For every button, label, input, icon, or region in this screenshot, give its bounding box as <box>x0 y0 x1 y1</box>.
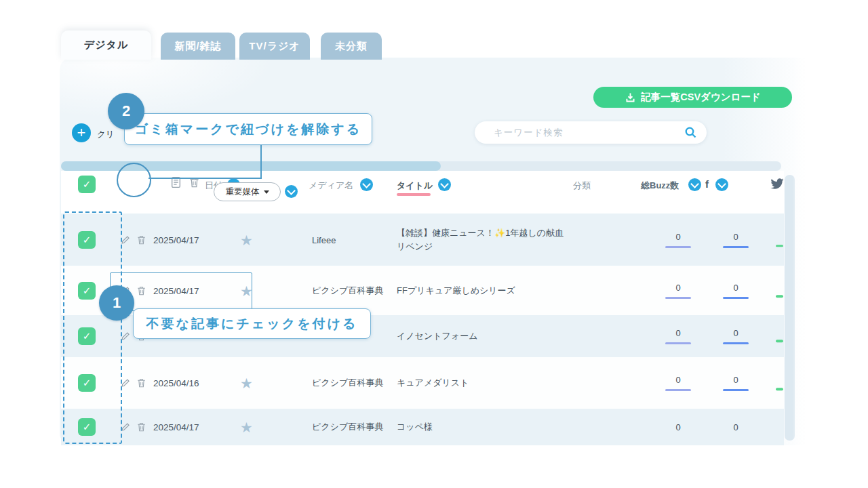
buzz-underline <box>665 246 691 248</box>
row-total-buzz[interactable]: 0 <box>663 375 693 391</box>
twitter-count-clipped <box>776 245 783 247</box>
search-input[interactable] <box>492 127 677 138</box>
row-media-name: ピクシブ百科事典 <box>312 377 383 389</box>
edit-pencil-icon[interactable] <box>121 378 130 388</box>
copy-document-icon[interactable] <box>171 176 181 188</box>
edit-pencil-icon[interactable] <box>121 331 130 341</box>
buzz-underline <box>665 297 691 299</box>
row-facebook-count[interactable]: 0 <box>721 375 751 391</box>
row-total-buzz[interactable]: 0 <box>663 422 693 432</box>
total-buzz-value: 0 <box>675 422 680 432</box>
download-icon <box>625 92 636 103</box>
facebook-underline <box>723 246 749 248</box>
tab-newspaper-magazine[interactable]: 新聞/雑誌 <box>161 33 235 60</box>
step1-number: 1 <box>113 294 121 312</box>
twitter-count-clipped <box>776 340 783 343</box>
column-title: タイトル <box>397 180 433 192</box>
facebook-value: 0 <box>733 283 738 293</box>
dropdown-chevron-icon <box>264 190 269 194</box>
column-category: 分類 <box>573 180 591 192</box>
check-icon: ✓ <box>83 285 92 297</box>
search-icon[interactable] <box>684 126 697 139</box>
callout-step2: ゴミ箱マークで紐づけを解除する <box>124 113 372 145</box>
important-star-icon[interactable]: ★ <box>240 376 253 390</box>
row-media-name: Lifeee <box>312 235 336 245</box>
row-total-buzz[interactable]: 0 <box>663 232 693 248</box>
facebook-underline <box>723 297 749 299</box>
important-star-icon[interactable]: ★ <box>240 283 253 298</box>
delete-trash-icon[interactable] <box>137 422 146 432</box>
horizontal-scrollbar-thumb[interactable] <box>61 161 441 171</box>
row-media-name: ピクシブ百科事典 <box>312 421 383 433</box>
unlink-trash-icon[interactable] <box>189 176 199 188</box>
row-total-buzz[interactable]: 0 <box>663 283 693 299</box>
facebook-underline <box>723 389 749 391</box>
row-title: FFプリキュア厳しめシリーズ <box>397 283 570 297</box>
row-checkbox[interactable]: ✓ <box>78 282 96 300</box>
check-icon: ✓ <box>83 178 92 190</box>
step2-badge: 2 <box>108 93 144 129</box>
row-date: 2025/04/16 <box>153 378 199 388</box>
check-icon: ✓ <box>83 234 92 246</box>
total-buzz-value: 0 <box>675 283 680 293</box>
csv-download-button[interactable]: 記事一覧CSVダウンロード <box>593 87 792 108</box>
buzz-underline <box>665 389 691 391</box>
step2-number: 2 <box>122 102 130 120</box>
sort-title-icon[interactable] <box>438 178 451 191</box>
important-media-label: 重要媒体 <box>226 186 260 198</box>
tab-label: 新聞/雑誌 <box>174 40 221 53</box>
select-all-checkbox[interactable]: ✓ <box>78 176 96 193</box>
total-buzz-value: 0 <box>675 375 680 385</box>
tab-label: TV/ラジオ <box>249 40 300 53</box>
row-title: イノセントフォーム <box>397 329 570 343</box>
callout-step1-text: 不要な記事にチェックを付ける <box>146 315 357 333</box>
delete-trash-icon[interactable] <box>137 285 146 296</box>
row-checkbox[interactable]: ✓ <box>78 374 96 392</box>
row-facebook-count[interactable]: 0 <box>721 328 751 344</box>
row-date: 2025/04/17 <box>153 285 199 296</box>
row-facebook-count[interactable]: 0 <box>721 232 751 248</box>
row-total-buzz[interactable]: 0 <box>663 328 693 344</box>
step1-badge: 1 <box>99 285 134 321</box>
media-clipping-screen: デジタル 新聞/雑誌 TV/ラジオ 未分類 記事一覧CSVダウンロード + クリ… <box>0 0 868 488</box>
delete-trash-icon[interactable] <box>137 235 146 245</box>
row-title: 【雑談】健康ニュース！✨1年越しの献血リベンジ <box>397 226 570 253</box>
vertical-scrollbar-thumb[interactable] <box>785 175 795 441</box>
row-facebook-count[interactable]: 0 <box>721 283 751 299</box>
important-media-dropdown[interactable]: 重要媒体 <box>214 182 281 201</box>
table-row: ✓ 2025/04/17 ★ Lifeee 【雑談】健康ニュース！✨1年越しの献… <box>61 214 784 266</box>
twitter-icon <box>770 178 784 190</box>
panel-glow <box>60 58 277 119</box>
row-title: キュアメダリスト <box>397 376 570 390</box>
sort-media-name-icon[interactable] <box>360 178 373 191</box>
edit-pencil-icon[interactable] <box>121 235 130 245</box>
row-title: コッペ様 <box>397 420 570 434</box>
horizontal-scrollbar <box>61 161 781 171</box>
add-button[interactable]: + <box>72 123 91 142</box>
table-row: ✓ 2025/04/17 ★ ピクシブ百科事典 コッペ様 0 0 <box>61 409 784 445</box>
row-checkbox[interactable]: ✓ <box>78 231 96 249</box>
tab-label: 未分類 <box>335 40 368 53</box>
sort-important-media-icon[interactable] <box>285 185 298 198</box>
row-facebook-count[interactable]: 0 <box>721 422 751 432</box>
row-checkbox[interactable]: ✓ <box>78 418 96 436</box>
csv-download-label: 記事一覧CSVダウンロード <box>641 91 761 104</box>
sort-facebook-icon[interactable] <box>715 178 728 191</box>
column-facebook: f <box>705 178 709 190</box>
sort-total-buzz-icon[interactable] <box>688 178 701 191</box>
delete-trash-icon[interactable] <box>137 378 146 388</box>
callout-step2-text: ゴミ箱マークで紐づけを解除する <box>135 121 361 138</box>
row-media-name: ピクシブ百科事典 <box>312 285 383 297</box>
check-icon: ✓ <box>83 377 92 389</box>
edit-pencil-icon[interactable] <box>121 422 130 432</box>
table-row: ✓ 2025/04/16 ★ ピクシブ百科事典 キュアメダリスト 0 0 <box>61 357 784 409</box>
important-star-icon[interactable]: ★ <box>240 420 253 434</box>
important-star-icon[interactable]: ★ <box>240 232 253 247</box>
twitter-count-clipped <box>776 388 783 390</box>
tab-uncategorized[interactable]: 未分類 <box>321 33 382 60</box>
row-checkbox[interactable]: ✓ <box>78 327 96 345</box>
row-date: 2025/04/17 <box>153 422 199 432</box>
tab-digital[interactable]: デジタル <box>61 30 151 60</box>
tab-tv-radio[interactable]: TV/ラジオ <box>239 33 310 60</box>
facebook-underline <box>723 342 749 344</box>
